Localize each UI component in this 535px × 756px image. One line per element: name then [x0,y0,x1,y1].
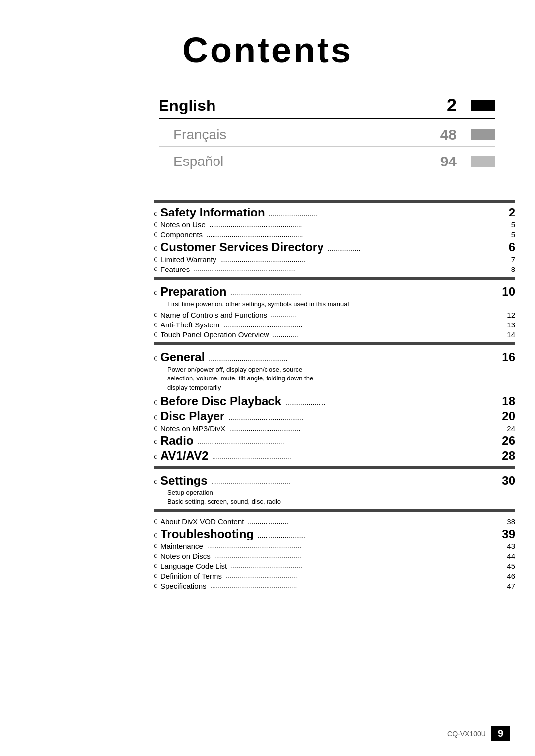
toc-title-features: Features [160,265,190,273]
toc-title-antitheft: Anti-Theft System [160,321,219,329]
toc-settings: ¢ Settings .............................… [154,474,515,487]
toc-dots: ..................................... [227,424,505,432]
section-group-3: ¢ General ..............................… [154,350,515,469]
toc-title-customer: Customer Services Directory [160,240,323,254]
toc-page-general: 16 [502,350,515,364]
toc-bullet: ¢ [154,330,158,339]
group-bottom-bar-2 [154,342,515,345]
toc-title-radio: Radio [160,434,194,448]
toc-notes-on-use: ¢ Notes on Use .........................… [154,220,515,229]
toc-page-antitheft: 13 [507,321,515,329]
lang-bar-english [471,100,495,111]
section-group-2: ¢ Preparation ..........................… [154,285,515,345]
toc-page-warranty: 7 [511,255,515,264]
toc-maintenance: ¢ Maintenance ..........................… [154,542,515,551]
lang-divider-1 [159,146,495,147]
toc-bullet: ¢ [154,220,158,229]
toc-mp3-divx: ¢ Notes on MP3/DivX ....................… [154,424,515,433]
toc-features: ¢ Features .............................… [154,265,515,274]
toc-bullet: ¢ [154,398,158,407]
lang-row-english: English 2 [159,95,495,119]
toc-bullet: ¢ [154,424,158,433]
group-bottom-bar-1 [154,277,515,280]
lang-page-spanish: 94 [440,153,457,170]
toc-title-preparation: Preparation [160,285,226,299]
toc-bullet: ¢ [154,321,158,329]
toc-page-radio: 26 [502,434,515,448]
toc-title-components: Components [160,230,203,239]
toc-radio: ¢ Radio ................................… [154,434,515,448]
toc-bullet: ¢ [154,244,158,253]
toc-title-maintenance: Maintenance [160,542,203,550]
lang-row-french: Français 48 [159,126,495,143]
toc-page-definition: 46 [507,572,515,580]
toc-troubleshooting: ¢ Troubleshooting ......................… [154,527,515,541]
toc-limited-warranty: ¢ Limited Warranty .....................… [154,255,515,264]
toc-page-customer: 6 [509,240,515,254]
lang-page-french: 48 [440,126,457,143]
toc-dots: ..................... [283,398,500,406]
toc-dots: ..................................... [229,562,505,570]
toc-dots: ....................................... [226,413,500,421]
lang-bar-french [471,129,495,140]
toc-bullet: ¢ [154,255,158,264]
group-bottom-bar-3 [154,466,515,469]
toc-bullet: ¢ [154,265,158,274]
toc-title-beforedisc: Before Disc Playback [160,394,281,408]
toc-bullet: ¢ [154,311,158,320]
toc-bullet: ¢ [154,354,158,363]
toc-dots: ................. [325,244,506,252]
toc-page-settings: 30 [502,474,515,487]
toc-content: ¢ Safety Information ...................… [154,200,515,591]
footer-page: 9 [491,726,510,741]
toc-title-discplayer: Disc Player [160,409,224,423]
toc-title-definition: Definition of Terms [160,572,222,580]
page: Contents English 2 Français 48 Español 9… [0,0,535,756]
toc-dots: ........................................… [209,582,505,590]
toc-disc-player: ¢ Disc Player ..........................… [154,409,515,423]
toc-title-general: General [160,350,205,364]
toc-title-divx: About DivX VOD Content [160,517,244,526]
toc-subtitle-settings: Setup operationBasic setting, screen, so… [167,488,515,506]
toc-bullet: ¢ [154,453,158,462]
toc-dots: ........................................… [207,354,500,362]
toc-title-touchpanel: Touch Panel Operation Overview [160,330,269,339]
toc-title-safety: Safety Information [160,206,265,219]
toc-page-mp3: 24 [507,424,515,432]
toc-dots: ........................................… [210,478,500,486]
toc-notes-discs: ¢ Notes on Discs .......................… [154,552,515,561]
toc-title-notesdiscs: Notes on Discs [160,552,211,560]
toc-lang-code: ¢ Language Code List ...................… [154,562,515,571]
toc-bullet: ¢ [154,582,158,591]
toc-dots: ..................................... [228,289,500,297]
toc-name-controls: ¢ Name of Controls and Functions .......… [154,311,515,320]
toc-title-mp3: Notes on MP3/DivX [160,424,225,432]
footer: CQ-VX100U 9 [447,726,510,741]
page-title: Contents [0,0,535,85]
toc-preparation: ¢ Preparation ..........................… [154,285,515,299]
lang-bar-spanish [471,156,495,167]
toc-bullet: ¢ [154,552,158,561]
toc-title-specs: Specifications [160,582,207,590]
toc-dots: ........................................… [221,321,505,328]
toc-dots: ........................................… [210,453,500,461]
toc-dots: ..................................... [224,572,505,580]
group-top-bar-1 [154,200,515,203]
toc-dots: ............. [269,311,505,319]
toc-title-warranty: Limited Warranty [160,255,216,264]
toc-page-safety: 2 [509,206,515,219]
toc-title-controls: Name of Controls and Functions [160,311,267,319]
toc-page-discplayer: 20 [502,409,515,423]
toc-page-av: 28 [502,449,515,463]
lang-row-spanish: Español 94 [159,153,495,170]
toc-page-divx: 38 [507,517,515,526]
toc-page-beforedisc: 18 [502,394,515,408]
toc-subtitle-general: Power on/power off, display open/close, … [167,365,515,392]
toc-page-specs: 47 [507,582,515,590]
toc-specifications: ¢ Specifications .......................… [154,582,515,591]
toc-dots: ........................................… [196,438,500,446]
toc-touch-panel: ¢ Touch Panel Operation Overview .......… [154,330,515,339]
section-group-1: ¢ Safety Information ...................… [154,200,515,280]
toc-before-disc: ¢ Before Disc Playback .................… [154,394,515,408]
toc-page-troubleshoot: 39 [502,527,515,541]
